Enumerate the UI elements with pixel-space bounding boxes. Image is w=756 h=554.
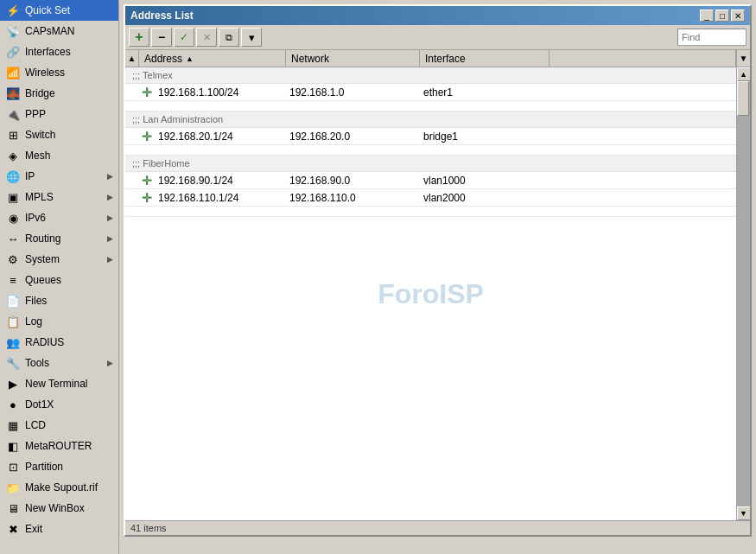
- section-header-telmex: ;;; Telmex: [125, 67, 736, 84]
- system-label: System: [25, 253, 107, 265]
- find-input[interactable]: [682, 32, 742, 42]
- sidebar-item-metarouter[interactable]: ◧MetaROUTER: [0, 436, 118, 456]
- sidebar-item-wireless[interactable]: 📶Wireless: [0, 62, 118, 83]
- ip-icon: 🌐: [5, 169, 21, 184]
- scroll-down-button[interactable]: ▼: [737, 506, 751, 520]
- table-body: ForoISP ;;; Telmex✛192.168.1.100/24192.1…: [125, 67, 736, 520]
- filter-button[interactable]: ▾: [241, 28, 262, 47]
- cell-address: 192.168.90.1/24: [155, 173, 286, 188]
- sidebar-item-make-supout[interactable]: 📁Make Supout.rif: [0, 477, 118, 498]
- col-header-network[interactable]: Network: [286, 50, 420, 67]
- scrollbar-track[interactable]: [737, 81, 751, 506]
- files-icon: 📄: [5, 293, 21, 309]
- quick-set-label: Quick Set: [25, 4, 113, 16]
- cell-interface: vlan1000: [420, 173, 550, 188]
- sidebar-item-interfaces[interactable]: 🔗Interfaces: [0, 41, 118, 62]
- sidebar-item-capsman[interactable]: 📡CAPsMAN: [0, 21, 118, 41]
- section-header-fiberhome: ;;; FiberHome: [125, 156, 736, 172]
- sidebar-item-files[interactable]: 📄Files: [0, 290, 118, 311]
- system-icon: ⚙: [5, 252, 21, 267]
- cell-interface: ether1: [420, 85, 550, 100]
- maximize-button[interactable]: □: [715, 10, 729, 22]
- copy-button[interactable]: ⧉: [219, 28, 239, 47]
- col-header-extra: [550, 50, 736, 67]
- mesh-icon: ◈: [5, 148, 21, 163]
- files-label: Files: [25, 295, 113, 307]
- cell-extra: [550, 196, 736, 200]
- table-row[interactable]: ✛192.168.1.100/24192.168.1.0ether1: [125, 84, 736, 101]
- sidebar-item-ppp[interactable]: 🔌PPP: [0, 104, 118, 124]
- col-dropdown-btn[interactable]: ▼: [736, 50, 750, 67]
- table-row[interactable]: ✛192.168.110.1/24192.168.110.0vlan2000: [125, 189, 736, 207]
- cell-network: 192.168.90.0: [286, 173, 420, 188]
- add-button[interactable]: +: [129, 28, 149, 47]
- mpls-label: MPLS: [25, 191, 107, 203]
- sidebar-item-ip[interactable]: 🌐IP▶: [0, 166, 118, 187]
- spacer-row: [125, 207, 736, 217]
- sidebar-item-log[interactable]: 📋Log: [0, 311, 118, 332]
- ipv6-label: IPv6: [25, 212, 107, 224]
- disable-button[interactable]: ✕: [196, 28, 217, 47]
- sidebar-item-quick-set[interactable]: ⚡Quick Set: [0, 0, 118, 21]
- sidebar-item-partition[interactable]: ⊡Partition: [0, 456, 118, 477]
- sidebar-item-system[interactable]: ⚙System▶: [0, 249, 118, 270]
- remove-button[interactable]: −: [151, 28, 172, 47]
- sidebar-item-exit[interactable]: ✖Exit: [0, 519, 118, 539]
- table-row[interactable]: ✛192.168.20.1/24192.168.20.0bridge1: [125, 128, 736, 145]
- sidebar-item-new-winbox[interactable]: 🖥New WinBox: [0, 498, 118, 519]
- row-plus-icon: ✛: [139, 191, 155, 205]
- sidebar-item-tools[interactable]: 🔧Tools▶: [0, 353, 118, 373]
- exit-icon: ✖: [5, 521, 21, 537]
- sidebar-item-mesh[interactable]: ◈Mesh: [0, 145, 118, 166]
- sidebar-item-dot1x[interactable]: ●Dot1X: [0, 394, 118, 415]
- minimize-button[interactable]: _: [700, 10, 714, 22]
- cell-network: 192.168.110.0: [286, 190, 420, 206]
- mpls-icon: ▣: [5, 189, 21, 205]
- interfaces-icon: 🔗: [5, 44, 21, 60]
- sidebar-item-radius[interactable]: 👥RADIUS: [0, 332, 118, 353]
- col-header-interface[interactable]: Interface: [420, 50, 550, 67]
- watermark: ForoISP: [378, 278, 484, 310]
- cell-interface: bridge1: [420, 129, 550, 144]
- window-title: Address List: [130, 10, 194, 22]
- section-header-lan-admin: ;;; Lan Administracion: [125, 111, 736, 128]
- routing-label: Routing: [25, 232, 107, 245]
- window-controls: _ □ ✕: [700, 10, 745, 22]
- sidebar: ⚡Quick Set📡CAPsMAN🔗Interfaces📶Wireless🌉B…: [0, 0, 119, 554]
- sidebar-item-switch[interactable]: ⊞Switch: [0, 124, 118, 145]
- sidebar-item-bridge[interactable]: 🌉Bridge: [0, 83, 118, 104]
- row-plus-icon: ✛: [139, 130, 155, 143]
- new-winbox-icon: 🖥: [5, 500, 21, 516]
- system-arrow: ▶: [107, 255, 113, 264]
- sidebar-item-ipv6[interactable]: ◉IPv6▶: [0, 207, 118, 228]
- bridge-label: Bridge: [25, 87, 113, 99]
- queues-icon: ≡: [5, 272, 21, 288]
- partition-label: Partition: [25, 461, 113, 473]
- ipv6-icon: ◉: [5, 210, 21, 226]
- tools-icon: 🔧: [5, 355, 21, 371]
- close-button[interactable]: ✕: [731, 10, 745, 22]
- interfaces-label: Interfaces: [25, 46, 113, 58]
- find-box[interactable]: [677, 29, 746, 46]
- statusbar: 41 items: [125, 520, 750, 535]
- enable-button[interactable]: ✓: [174, 28, 194, 47]
- scroll-up-btn[interactable]: ▲: [125, 50, 139, 67]
- sidebar-item-routing[interactable]: ↔Routing▶: [0, 228, 118, 249]
- sidebar-item-mpls[interactable]: ▣MPLS▶: [0, 187, 118, 207]
- col-header-address[interactable]: Address ▲: [139, 50, 286, 67]
- row-plus-icon: ✛: [139, 174, 155, 188]
- ppp-label: PPP: [25, 108, 113, 120]
- table-scrollbar: ▲ ▼: [736, 67, 750, 520]
- switch-icon: ⊞: [5, 127, 21, 143]
- routing-icon: ↔: [5, 231, 21, 246]
- scroll-up-button[interactable]: ▲: [737, 67, 751, 81]
- new-terminal-icon: ▶: [5, 376, 21, 392]
- cell-extra: [550, 91, 736, 94]
- sidebar-item-queues[interactable]: ≡Queues: [0, 270, 118, 290]
- scrollbar-thumb[interactable]: [737, 81, 749, 116]
- cell-network: 192.168.20.0: [286, 129, 420, 144]
- sidebar-item-new-terminal[interactable]: ▶New Terminal: [0, 373, 118, 394]
- sidebar-item-lcd[interactable]: ▦LCD: [0, 415, 118, 436]
- status-text: 41 items: [130, 523, 167, 533]
- table-row[interactable]: ✛192.168.90.1/24192.168.90.0vlan1000: [125, 172, 736, 189]
